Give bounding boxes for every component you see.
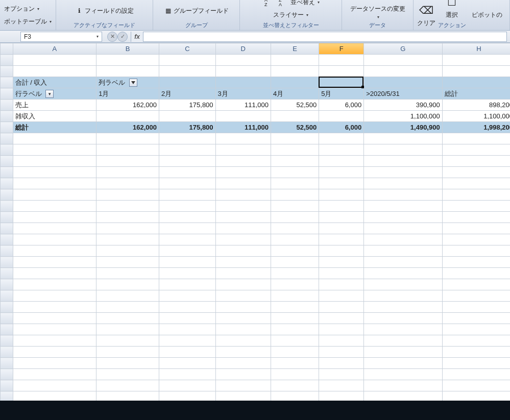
- col-header-G[interactable]: G: [364, 43, 442, 55]
- row-header[interactable]: [1, 77, 13, 88]
- row-header[interactable]: [1, 178, 13, 189]
- col-header-F[interactable]: F: [319, 43, 364, 55]
- pivot-valuefield[interactable]: 合計 / 収入: [13, 77, 96, 88]
- slicer-button[interactable]: スライサー ▾: [271, 10, 310, 20]
- colhdr-7[interactable]: 総計: [442, 88, 510, 100]
- pivot-cell[interactable]: [271, 111, 319, 122]
- pivot-grand-total[interactable]: 111,000: [215, 122, 271, 133]
- select-button[interactable]: ☐ 選択: [443, 0, 461, 20]
- pivot-grand-total[interactable]: 6,000: [319, 122, 364, 133]
- row-header[interactable]: [1, 380, 13, 391]
- refresh-button[interactable]: ⟳ 更新: [369, 0, 387, 2]
- colhdr-4[interactable]: 4月: [271, 88, 319, 100]
- worksheet[interactable]: A B C D E F G H 合計 / 収入 列ラベル: [0, 43, 510, 420]
- pivot-cell[interactable]: 162,000: [96, 100, 159, 111]
- row-header[interactable]: [1, 268, 13, 279]
- colhdr-1[interactable]: 1月: [96, 88, 159, 100]
- col-header-E[interactable]: E: [271, 43, 319, 55]
- pivot-row-label[interactable]: 売上: [13, 100, 96, 111]
- row-header[interactable]: [1, 144, 13, 156]
- col-header-D[interactable]: D: [215, 43, 271, 55]
- pivot-grand-total-label[interactable]: 総計: [13, 122, 96, 133]
- pivot-grand-total[interactable]: 175,800: [159, 122, 216, 133]
- row-header[interactable]: [1, 223, 13, 234]
- row-header[interactable]: [1, 324, 13, 335]
- pivot-cell[interactable]: 1,100,000: [442, 111, 510, 122]
- colhdr-5[interactable]: 5月: [319, 88, 364, 100]
- pivot-grand-total[interactable]: 162,000: [96, 122, 159, 133]
- grid-table: A B C D E F G H 合計 / 収入 列ラベル: [0, 43, 510, 403]
- field-settings-button[interactable]: ℹ フィールドの設定: [73, 6, 136, 16]
- group-field-button[interactable]: ▦ グループフィールド: [162, 6, 231, 16]
- pivottable-button[interactable]: ボットテーブル ▾: [2, 16, 54, 27]
- pivot-cell[interactable]: 898,200: [442, 100, 510, 111]
- pivot-cell[interactable]: 390,900: [364, 100, 442, 111]
- colhdr-3[interactable]: 3月: [215, 88, 271, 100]
- change-source-button[interactable]: データソースの変更 ▾: [348, 4, 407, 20]
- row-header[interactable]: [1, 313, 13, 324]
- pivot-cell[interactable]: 52,500: [271, 100, 319, 111]
- col-header-H[interactable]: H: [442, 43, 510, 55]
- select-all-corner[interactable]: [1, 43, 13, 55]
- clear-button[interactable]: ⌫ クリア: [415, 2, 438, 29]
- pivot-row-label[interactable]: 雑収入: [13, 111, 96, 122]
- chevron-down-icon: ▾: [48, 19, 52, 24]
- row-header[interactable]: [1, 111, 13, 122]
- pivot-cell[interactable]: [215, 111, 271, 122]
- row-header[interactable]: [1, 122, 13, 133]
- sort-za-button[interactable]: ZA: [274, 0, 286, 8]
- row-header[interactable]: [1, 88, 13, 100]
- pivot-grand-total[interactable]: 1,490,900: [364, 122, 442, 133]
- row-header[interactable]: [1, 347, 13, 358]
- colhdr-2[interactable]: 2月: [159, 88, 216, 100]
- move-pivot-label: ピボットの: [472, 11, 502, 19]
- row-header[interactable]: [1, 167, 13, 178]
- pivot-cell[interactable]: 6,000: [319, 100, 364, 111]
- col-header-A[interactable]: A: [13, 43, 96, 55]
- col-header-B[interactable]: B: [96, 43, 159, 55]
- pivot-cell[interactable]: [319, 111, 364, 122]
- row-header[interactable]: [1, 55, 13, 66]
- row-labels-filter-button[interactable]: [45, 90, 54, 98]
- row-header[interactable]: [1, 290, 13, 302]
- sort-az-button[interactable]: AZ: [260, 0, 272, 8]
- row-header[interactable]: [1, 358, 13, 369]
- row-header[interactable]: [1, 302, 13, 313]
- chevron-down-icon: ▾: [317, 0, 320, 5]
- row-header[interactable]: [1, 335, 13, 347]
- row-header[interactable]: [1, 66, 13, 77]
- colhdr-6[interactable]: >2020/5/31: [364, 88, 442, 100]
- fx-button[interactable]: fx: [131, 32, 143, 42]
- row-header[interactable]: [1, 245, 13, 257]
- pivot-cell[interactable]: 175,800: [159, 100, 216, 111]
- col-header-C[interactable]: C: [159, 43, 216, 55]
- pivot-grand-total[interactable]: 52,500: [271, 122, 319, 133]
- ribbon-group-select: ☐ 選択 アクション: [439, 0, 465, 30]
- pivot-cell[interactable]: [159, 111, 216, 122]
- pivot-cell[interactable]: 111,000: [215, 100, 271, 111]
- col-labels-filter-button[interactable]: [129, 79, 137, 87]
- sort-button[interactable]: 並べ替え ▾: [288, 0, 322, 8]
- row-header[interactable]: [1, 156, 13, 167]
- row-header[interactable]: [1, 189, 13, 201]
- pivot-cell[interactable]: [96, 111, 159, 122]
- row-header[interactable]: [1, 201, 13, 212]
- pivot-row-labels[interactable]: 行ラベル: [13, 88, 96, 100]
- formula-input[interactable]: [143, 32, 507, 42]
- pivot-cell[interactable]: 1,100,000: [364, 111, 442, 122]
- move-pivot-button[interactable]: ピボットの: [470, 10, 504, 20]
- row-header[interactable]: [1, 133, 13, 144]
- row-header[interactable]: [1, 100, 13, 111]
- enter-formula-button[interactable]: ✓: [117, 32, 128, 42]
- cancel-formula-button[interactable]: ✕: [107, 32, 117, 42]
- cell-F3[interactable]: [319, 77, 364, 88]
- options-button[interactable]: オプション ▾: [2, 4, 41, 14]
- row-header[interactable]: [1, 257, 13, 268]
- row-header[interactable]: [1, 234, 13, 245]
- pivot-grand-total[interactable]: 1,998,200: [442, 122, 510, 133]
- row-header[interactable]: [1, 279, 13, 290]
- row-header[interactable]: [1, 212, 13, 223]
- pivot-col-labels[interactable]: 列ラベル: [96, 77, 159, 88]
- row-header[interactable]: [1, 369, 13, 380]
- name-box[interactable]: F3 ▾: [20, 32, 102, 42]
